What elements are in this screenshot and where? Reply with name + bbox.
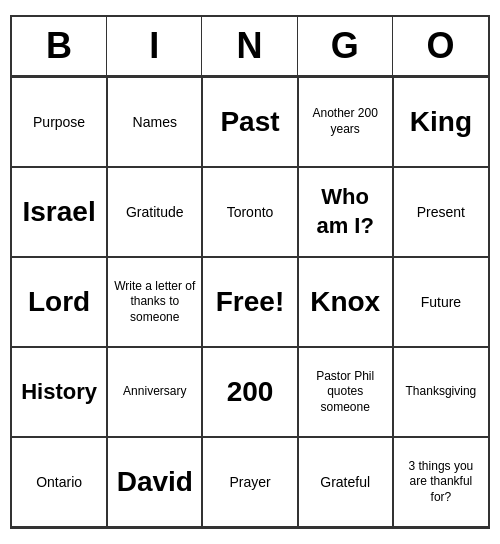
cell-r1-c4: Present bbox=[393, 167, 488, 257]
cell-r4-c4: 3 things you are thankful for? bbox=[393, 437, 488, 527]
cell-r3-c1: Anniversary bbox=[107, 347, 202, 437]
cell-r3-c0: History bbox=[12, 347, 107, 437]
cell-r0-c1: Names bbox=[107, 77, 202, 167]
cell-r2-c3: Knox bbox=[298, 257, 393, 347]
header-letter-B: B bbox=[12, 17, 107, 75]
cell-r1-c1: Gratitude bbox=[107, 167, 202, 257]
header-letter-N: N bbox=[202, 17, 297, 75]
cell-r0-c2: Past bbox=[202, 77, 297, 167]
bingo-card: BINGO PurposeNamesPastAnother 200 yearsK… bbox=[10, 15, 490, 529]
cell-r2-c0: Lord bbox=[12, 257, 107, 347]
bingo-grid: PurposeNamesPastAnother 200 yearsKingIsr… bbox=[12, 77, 488, 527]
cell-r2-c1: Write a letter of thanks to someone bbox=[107, 257, 202, 347]
cell-r0-c3: Another 200 years bbox=[298, 77, 393, 167]
header-letter-O: O bbox=[393, 17, 488, 75]
cell-r1-c3: Who am I? bbox=[298, 167, 393, 257]
cell-r0-c4: King bbox=[393, 77, 488, 167]
header-letter-G: G bbox=[298, 17, 393, 75]
cell-r3-c2: 200 bbox=[202, 347, 297, 437]
cell-r4-c2: Prayer bbox=[202, 437, 297, 527]
cell-r1-c2: Toronto bbox=[202, 167, 297, 257]
cell-r4-c1: David bbox=[107, 437, 202, 527]
cell-r4-c0: Ontario bbox=[12, 437, 107, 527]
cell-r2-c4: Future bbox=[393, 257, 488, 347]
cell-r0-c0: Purpose bbox=[12, 77, 107, 167]
cell-r1-c0: Israel bbox=[12, 167, 107, 257]
cell-r3-c4: Thanksgiving bbox=[393, 347, 488, 437]
cell-r3-c3: Pastor Phil quotes someone bbox=[298, 347, 393, 437]
cell-r2-c2: Free! bbox=[202, 257, 297, 347]
header-letter-I: I bbox=[107, 17, 202, 75]
cell-r4-c3: Grateful bbox=[298, 437, 393, 527]
bingo-header: BINGO bbox=[12, 17, 488, 77]
